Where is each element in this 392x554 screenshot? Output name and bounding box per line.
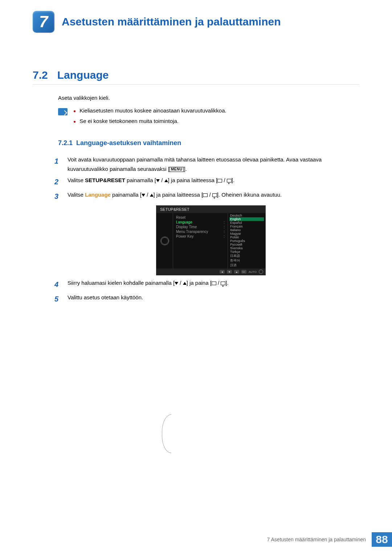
chapter-number-badge: 7: [33, 11, 54, 33]
osd-lang-option: Italiano: [229, 228, 264, 232]
osd-item-label: Power Key: [176, 234, 193, 238]
step-text: ] ja paina laitteessa [: [168, 177, 218, 183]
section-title: Language: [57, 69, 109, 81]
osd-item-label: Menu Transparency: [176, 230, 208, 234]
chapter-title: Asetusten määrittäminen ja palauttaminen: [62, 16, 281, 28]
osd-menu: Reset Language: Display Time: Menu Trans…: [173, 213, 228, 268]
step-number: 1: [54, 155, 62, 173]
nav-left-icon: ◄: [220, 270, 225, 274]
osd-language-list: Deutsch English Español Français Italian…: [228, 213, 265, 268]
subsection-heading: 7.2.1 Language-asetuksen vaihtaminen: [33, 139, 359, 147]
step-text: painamalla [: [125, 177, 156, 183]
window-plus-icon: [212, 193, 217, 197]
subsection-title: Language-asetuksen vaihtaminen: [76, 139, 181, 147]
step-text: ].: [232, 177, 234, 183]
osd-footer: ◄ ▼ ▲ ▭ AUTO: [156, 268, 265, 275]
step: 5 Valittu asetus otetaan käyttöön.: [54, 293, 359, 305]
note-text: Se ei koske tietokoneen muita toimintoja…: [79, 118, 179, 124]
nav-up-icon: ▲: [234, 270, 239, 274]
section-heading: 7.2 Language: [33, 69, 359, 85]
arrow-down-icon: [142, 194, 145, 197]
window-icon: [212, 282, 216, 285]
step-text: Valitse: [68, 177, 85, 183]
arrow-down-icon: [175, 282, 178, 285]
gear-icon: [160, 237, 169, 245]
step-text: ].: [184, 166, 187, 172]
arrow-up-icon: [150, 194, 154, 197]
osd-lang-option: Português: [229, 239, 264, 243]
arrow-down-icon: [156, 179, 160, 182]
osd-item-label: Language: [176, 220, 192, 224]
step-text: ]. Oheinen ikkuna avautuu.: [217, 192, 282, 198]
step-text: Valitse: [68, 192, 85, 198]
step-bold: SETUP&RESET: [85, 177, 125, 183]
osd-lang-option: English: [229, 217, 264, 221]
osd-lang-option: Magyar: [229, 232, 264, 235]
step: 2 Valitse SETUP&RESET painamalla [ / ] j…: [54, 176, 359, 188]
osd-lang-option: 日本語: [229, 254, 264, 258]
window-icon: [217, 179, 222, 182]
footer-chapter-label: 7 Asetusten määrittäminen ja palauttamin…: [261, 532, 372, 547]
step-text: ] ja paina [: [187, 280, 212, 286]
section-number: 7.2: [33, 69, 48, 81]
osd-lang-option: Français: [229, 225, 264, 228]
note-text: Kieliasetusten muutos koskee ainoastaan …: [79, 107, 226, 114]
osd-lang-option: 한국어: [229, 258, 264, 263]
window-icon: [203, 193, 208, 197]
arrow-up-icon: [164, 179, 168, 182]
window-plus-icon: [221, 282, 225, 285]
bullet-icon: ●: [73, 109, 76, 114]
step-number: 4: [54, 278, 62, 291]
osd-item-label: Display Time: [176, 225, 197, 229]
chapter-header: 7 Asetusten määrittäminen ja palauttamin…: [33, 11, 359, 33]
step-number: 2: [54, 176, 62, 188]
step-highlight: Language: [85, 192, 111, 198]
step-text: ] ja paina laitteessa [: [154, 192, 203, 198]
nav-down-icon: ▼: [227, 270, 232, 274]
bullet-icon: ●: [73, 119, 76, 124]
step-text: ].: [225, 280, 228, 286]
step-number: 5: [54, 293, 62, 305]
note-block: ● Kieliasetusten muutos koskee ainoastaa…: [33, 107, 359, 128]
step-number: 3: [54, 190, 62, 202]
page-number: 88: [372, 532, 392, 547]
osd-lang-option: Polski: [229, 235, 264, 239]
menu-button-icon: MENU: [170, 167, 184, 172]
step-text: painamalla [: [111, 192, 142, 198]
step-text: Voit avata kuvaruutuoppaan painamalla mi…: [68, 156, 322, 172]
arrow-up-icon: [183, 282, 187, 285]
osd-lang-option: Deutsch: [229, 214, 264, 217]
chapter-number: 7: [39, 13, 48, 31]
section-intro: Aseta valikkojen kieli.: [33, 95, 359, 101]
note-icon: [58, 108, 68, 115]
osd-screenshot: SETUP&RESET Reset Language: Display Time…: [156, 205, 266, 275]
osd-lang-option: Svenska: [229, 246, 264, 250]
osd-lang-option: Русский: [229, 243, 264, 246]
step-text: Valittu asetus otetaan käyttöön.: [68, 293, 359, 305]
osd-item-label: Reset: [176, 216, 185, 219]
page-footer: 7 Asetusten määrittäminen ja palauttamin…: [261, 532, 392, 547]
window-plus-icon: [227, 179, 232, 182]
nav-enter-icon: ▭: [241, 270, 246, 274]
subsection-number: 7.2.1: [58, 139, 73, 147]
power-icon: [259, 270, 263, 274]
osd-lang-option: Türkçe: [229, 250, 264, 254]
step: 1 Voit avata kuvaruutuoppaan painamalla …: [54, 155, 359, 173]
osd-lang-option: Español: [229, 221, 264, 225]
osd-lang-option: 汉语: [229, 263, 264, 268]
step-text: Siirry haluamasi kielen kohdalle painama…: [68, 280, 175, 286]
step: 4 Siirry haluamasi kielen kohdalle paina…: [54, 278, 359, 291]
auto-label: AUTO: [249, 270, 257, 274]
step: 3 Valitse Language painamalla [ / ] ja p…: [54, 190, 359, 202]
osd-title: SETUP&RESET: [156, 206, 265, 213]
